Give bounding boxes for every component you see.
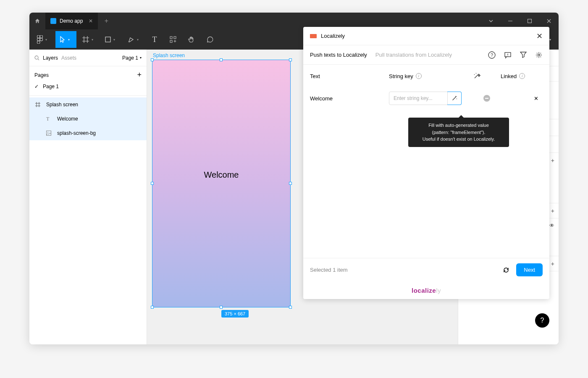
- svg-point-5: [40, 38, 43, 41]
- new-tab-button[interactable]: +: [98, 17, 115, 25]
- tab-close-icon[interactable]: ✕: [89, 18, 93, 24]
- chevron-down-icon: [489, 20, 493, 22]
- close-icon: [547, 19, 551, 23]
- resize-handle[interactable]: [151, 306, 154, 309]
- magic-icon[interactable]: [473, 72, 501, 80]
- layer-image[interactable]: splash-screen-bg: [29, 126, 147, 140]
- svg-text:?: ?: [491, 52, 493, 58]
- string-key-input[interactable]: [389, 92, 448, 105]
- localizely-brand: localizely: [303, 281, 549, 299]
- selection-count: Selected 1 item: [310, 267, 348, 273]
- push-tab[interactable]: Push texts to Localizely: [310, 52, 367, 58]
- autofill-tooltip: Fill with auto-generated value (pattern:…: [408, 118, 509, 147]
- search-icon[interactable]: [34, 55, 39, 60]
- resize-handle[interactable]: [289, 58, 292, 61]
- check-icon: ✓: [34, 84, 39, 89]
- home-button[interactable]: [29, 13, 45, 29]
- rectangle-icon: [105, 37, 111, 42]
- layers-tab[interactable]: Layers: [43, 55, 58, 61]
- figma-menu[interactable]: ▾: [33, 31, 54, 48]
- svg-point-3: [40, 35, 43, 38]
- shape-tool[interactable]: ▾: [101, 31, 122, 48]
- selected-frame[interactable]: Welcome: [152, 60, 291, 307]
- hand-tool[interactable]: [183, 31, 200, 48]
- comment-icon: [206, 36, 214, 43]
- frame-icon: [35, 102, 42, 107]
- localizely-logo-icon: [310, 34, 317, 38]
- row-remove-button[interactable]: ✕: [534, 95, 538, 102]
- resources-icon: [170, 36, 176, 43]
- resize-handle[interactable]: [220, 306, 223, 309]
- assets-tab[interactable]: Assets: [61, 55, 76, 61]
- row-text: Welcome: [310, 95, 389, 102]
- plugin-title: Localizely: [321, 33, 532, 39]
- resize-handle[interactable]: [220, 58, 223, 61]
- settings-icon[interactable]: [535, 51, 543, 59]
- figma-logo-icon: [37, 35, 43, 44]
- tab-title: Demo app: [60, 18, 83, 24]
- resize-handle[interactable]: [289, 306, 292, 309]
- svg-point-17: [47, 132, 48, 133]
- page-item[interactable]: ✓ Page 1: [29, 81, 147, 94]
- dimension-badge: 375 × 667: [221, 310, 249, 318]
- home-icon: [34, 18, 40, 24]
- frame-tool[interactable]: ▾: [78, 31, 99, 48]
- next-button[interactable]: Next: [516, 263, 543, 276]
- resize-handle[interactable]: [151, 182, 154, 185]
- linked-status: [483, 95, 490, 102]
- refresh-button[interactable]: [503, 267, 509, 273]
- wand-icon: [451, 95, 458, 102]
- filter-icon[interactable]: [520, 51, 527, 59]
- svg-rect-9: [174, 37, 176, 39]
- resize-handle[interactable]: [289, 182, 292, 185]
- minimize-icon: [508, 19, 512, 23]
- resize-handle[interactable]: [151, 58, 154, 61]
- text-tool[interactable]: T: [146, 31, 163, 48]
- help-fab[interactable]: ?: [535, 313, 549, 328]
- autofill-button[interactable]: [447, 92, 462, 105]
- svg-rect-8: [170, 37, 172, 39]
- svg-point-23: [538, 54, 540, 56]
- hand-icon: [188, 36, 195, 43]
- resources-tool[interactable]: [165, 31, 181, 48]
- pen-icon: [128, 36, 134, 43]
- plugin-close-button[interactable]: ✕: [536, 32, 543, 41]
- image-icon: [46, 131, 53, 136]
- document-tab[interactable]: Demo app ✕: [45, 13, 98, 29]
- pen-tool[interactable]: ▾: [123, 31, 144, 48]
- layers-panel: Layers Assets Page 1▾ Pages + ✓ Page 1 S…: [29, 50, 147, 344]
- page-selector[interactable]: Page 1▾: [122, 55, 142, 61]
- svg-point-22: [507, 55, 508, 56]
- svg-point-6: [37, 41, 40, 44]
- svg-line-15: [38, 59, 39, 60]
- frame-label[interactable]: Splash screen: [153, 52, 185, 58]
- layer-text[interactable]: T Welcome: [29, 112, 147, 126]
- col-text: Text: [310, 73, 389, 79]
- text-icon: T: [46, 116, 53, 122]
- add-page-button[interactable]: +: [137, 71, 142, 79]
- pull-tab[interactable]: Pull translations from Localizely: [375, 52, 452, 58]
- info-icon[interactable]: i: [416, 73, 422, 79]
- pages-header: Pages: [34, 72, 49, 78]
- col-linked: Linked: [501, 73, 517, 79]
- help-icon[interactable]: ?: [488, 51, 496, 59]
- frame-text: Welcome: [152, 170, 290, 180]
- info-icon[interactable]: i: [519, 73, 525, 79]
- app-window: Demo app ✕ + ▾ ▾ ▾ ▾ ▾ T: [29, 13, 559, 344]
- svg-rect-1: [528, 19, 532, 23]
- svg-rect-7: [105, 37, 110, 42]
- move-tool[interactable]: ▾: [55, 31, 76, 48]
- col-key: String key: [389, 73, 413, 79]
- comment-tool[interactable]: [202, 31, 218, 48]
- feedback-icon[interactable]: [504, 51, 512, 59]
- localizely-plugin: Localizely ✕ Push texts to Localizely Pu…: [303, 27, 549, 299]
- maximize-icon: [528, 19, 532, 23]
- svg-point-4: [37, 38, 40, 41]
- svg-rect-24: [485, 98, 488, 99]
- frame-icon: [82, 36, 89, 43]
- cursor-icon: [60, 36, 66, 43]
- layer-frame[interactable]: Splash screen: [29, 97, 147, 112]
- text-icon: T: [152, 35, 157, 44]
- svg-point-2: [37, 35, 40, 38]
- figma-file-icon: [50, 18, 56, 24]
